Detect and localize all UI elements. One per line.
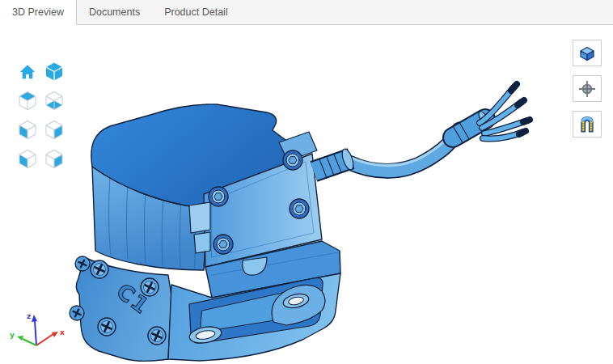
3d-model-canvas[interactable]: C1 z x y bbox=[0, 25, 613, 364]
viewport-3d[interactable]: C1 z x y bbox=[0, 25, 613, 364]
front-view-button[interactable] bbox=[17, 148, 38, 170]
back-view-icon bbox=[44, 149, 64, 170]
display-mode-toolbar bbox=[573, 40, 602, 138]
right-view-button[interactable] bbox=[44, 119, 65, 141]
3d-preview-window: 3D Preview Documents Product Detail bbox=[0, 0, 613, 364]
coil-housing bbox=[91, 104, 322, 270]
tab-bar: 3D Preview Documents Product Detail bbox=[0, 0, 613, 25]
locate-target-icon bbox=[577, 79, 597, 99]
tab-product-detail[interactable]: Product Detail bbox=[152, 0, 240, 24]
front-view-icon bbox=[18, 149, 37, 170]
tab-product-detail-label: Product Detail bbox=[164, 6, 228, 18]
tab-3d-preview[interactable]: 3D Preview bbox=[0, 0, 77, 25]
axis-x-label: x bbox=[60, 328, 65, 336]
axis-y-label: y bbox=[10, 331, 15, 339]
axis-z-label: z bbox=[27, 312, 31, 320]
section-view-icon bbox=[577, 115, 597, 134]
shaded-view-icon bbox=[577, 44, 597, 63]
cable-gland bbox=[314, 147, 356, 178]
tab-documents[interactable]: Documents bbox=[77, 0, 152, 24]
cable bbox=[349, 84, 530, 171]
section-view-button[interactable] bbox=[573, 111, 602, 138]
left-view-button[interactable] bbox=[17, 119, 38, 141]
isometric-view-icon bbox=[44, 61, 64, 83]
solenoid-valve-model[interactable]: C1 bbox=[70, 84, 530, 361]
bottom-view-icon bbox=[44, 91, 64, 112]
view-orientation-toolbar bbox=[17, 61, 65, 170]
shaded-view-button[interactable] bbox=[573, 40, 602, 66]
home-view-icon bbox=[19, 64, 36, 80]
axis-triad: z x y bbox=[10, 312, 65, 345]
tab-3d-preview-label: 3D Preview bbox=[12, 6, 64, 18]
bottom-view-button[interactable] bbox=[44, 90, 65, 112]
top-view-button[interactable] bbox=[17, 90, 38, 112]
locate-target-button[interactable] bbox=[573, 75, 602, 102]
isometric-view-button[interactable] bbox=[44, 61, 65, 83]
tab-documents-label: Documents bbox=[89, 6, 140, 18]
top-view-icon bbox=[18, 91, 37, 112]
back-view-button[interactable] bbox=[44, 148, 65, 170]
right-view-icon bbox=[44, 120, 64, 141]
left-view-icon bbox=[18, 120, 37, 141]
home-view-button[interactable] bbox=[17, 61, 38, 83]
